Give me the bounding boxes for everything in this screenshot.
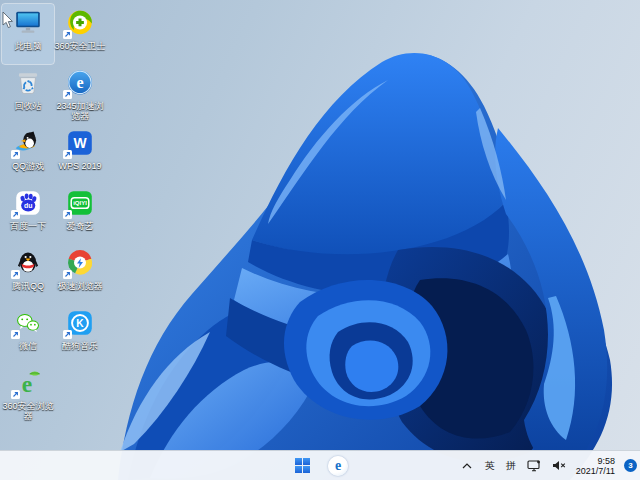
360-extreme-browser-icon: [65, 248, 95, 278]
2345-browser-icon: e: [65, 68, 95, 98]
safely-remove-hardware-button[interactable]: [526, 456, 542, 476]
desktop-icon-label: 回收站: [15, 101, 42, 111]
mouse-cursor: [2, 12, 14, 29]
360-safety-guard-icon: [65, 8, 95, 38]
safely-remove-hardware-icon: [527, 460, 541, 472]
desktop-icon-recycle-bin[interactable]: 回收站: [2, 64, 54, 124]
shortcut-arrow-icon: [63, 210, 72, 219]
shortcut-arrow-icon: [63, 90, 72, 99]
tencent-qq-icon: [13, 248, 43, 278]
hidden-icons-button[interactable]: [459, 456, 475, 476]
desktop-icon-label: WPS 2019: [58, 161, 101, 171]
desktop-icon-label: 此电脑: [15, 41, 42, 51]
shortcut-arrow-icon: [11, 150, 20, 159]
shortcut-arrow-icon: [11, 330, 20, 339]
shortcut-arrow-icon: [63, 270, 72, 279]
start-button[interactable]: [290, 454, 314, 478]
volume-muted-icon: [552, 460, 566, 471]
qq-games-icon: [13, 128, 43, 158]
clock-time: 9:58: [576, 456, 615, 466]
desktop-icon-label: 百度一下: [10, 221, 46, 231]
shortcut-arrow-icon: [63, 330, 72, 339]
svg-text:du: du: [24, 202, 33, 209]
taskbar-clock[interactable]: 9:58 2021/7/11: [576, 456, 615, 476]
desktop-icon-baidu[interactable]: du 百度一下: [2, 184, 54, 244]
wechat-icon: [13, 308, 43, 338]
desktop-icon-label: 2345加速浏览器: [54, 101, 106, 121]
clock-date: 2021/7/11: [576, 466, 615, 476]
desktop-icon-iqiyi[interactable]: iQIYI 爱奇艺: [54, 184, 106, 244]
taskbar-center-group: e: [290, 451, 350, 480]
svg-text:W: W: [73, 135, 87, 151]
desktop-icon-qq-games[interactable]: QQ游戏: [2, 124, 54, 184]
svg-text:e: e: [22, 371, 32, 397]
desktop-icon-label: QQ游戏: [12, 161, 44, 171]
notification-count-badge[interactable]: 3: [624, 459, 637, 472]
windows-logo-icon: [295, 458, 310, 473]
desktop-surface[interactable]: 此电脑 360安全卫士: [0, 0, 640, 480]
shortcut-arrow-icon: [11, 270, 20, 279]
iqiyi-icon: iQIYI: [65, 188, 95, 218]
desktop-icon-grid: 此电脑 360安全卫士: [2, 4, 106, 424]
baidu-icon: du: [13, 188, 43, 218]
svg-text:e: e: [76, 74, 83, 91]
taskbar: e 英 拼: [0, 450, 640, 480]
desktop-icon-360-safe-browser[interactable]: e 360安全浏览器: [2, 364, 54, 424]
svg-text:K: K: [76, 318, 84, 329]
volume-button[interactable]: [551, 456, 567, 476]
desktop-icon-label: 酷狗音乐: [62, 341, 98, 351]
desktop-icon-360-extreme-browser[interactable]: 极速浏览器: [54, 244, 106, 304]
system-tray: 英 拼 9:58 2021/7/11 3: [459, 451, 637, 480]
browser-e-icon: e: [328, 456, 348, 476]
desktop-icon-label: 极速浏览器: [58, 281, 103, 291]
shortcut-arrow-icon: [11, 210, 20, 219]
desktop-icon-wps-2019[interactable]: W WPS 2019: [54, 124, 106, 184]
kugou-music-icon: K: [65, 308, 95, 338]
wps-2019-icon: W: [65, 128, 95, 158]
desktop-icon-2345-browser[interactable]: e 2345加速浏览器: [54, 64, 106, 124]
shortcut-arrow-icon: [63, 30, 72, 39]
svg-text:iQIYI: iQIYI: [73, 200, 87, 206]
ime-pinyin-indicator[interactable]: 拼: [505, 459, 517, 473]
desktop-icon-label: 爱奇艺: [67, 221, 94, 231]
desktop-icon-360-safety-guard[interactable]: 360安全卫士: [54, 4, 106, 64]
desktop-icon-label: 腾讯QQ: [12, 281, 44, 291]
chevron-up-icon: [462, 463, 472, 469]
this-pc-icon: [13, 8, 43, 38]
shortcut-arrow-icon: [63, 150, 72, 159]
desktop-icon-tencent-qq[interactable]: 腾讯QQ: [2, 244, 54, 304]
ime-english-indicator[interactable]: 英: [484, 459, 496, 473]
desktop-icon-label: 微信: [19, 341, 37, 351]
shortcut-arrow-icon: [11, 390, 20, 399]
360-safe-browser-icon: e: [13, 368, 43, 398]
desktop-icon-label: 360安全浏览器: [2, 401, 54, 421]
recycle-bin-icon: [13, 68, 43, 98]
desktop-icon-label: 360安全卫士: [54, 41, 105, 51]
desktop-icon-kugou-music[interactable]: K 酷狗音乐: [54, 304, 106, 364]
desktop-icon-wechat[interactable]: 微信: [2, 304, 54, 364]
taskbar-browser-button[interactable]: e: [326, 454, 350, 478]
